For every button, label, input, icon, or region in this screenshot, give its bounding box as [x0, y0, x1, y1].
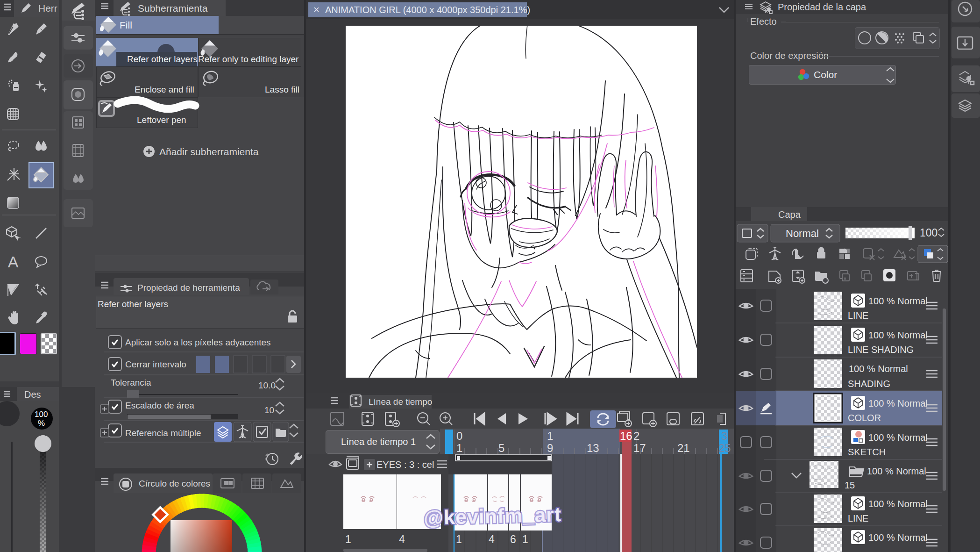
- svg-text:100: 100: [920, 227, 937, 239]
- svg-text:LINE SHADING: LINE SHADING: [848, 344, 914, 355]
- svg-text:100 % Normal: 100 % Normal: [868, 532, 928, 543]
- svg-text:4: 4: [399, 533, 405, 545]
- svg-text:SKETCH: SKETCH: [848, 447, 886, 457]
- svg-text:100 % Normal: 100 % Normal: [868, 296, 928, 306]
- svg-text:LINE: LINE: [848, 513, 868, 523]
- svg-text:1: 1: [456, 533, 462, 545]
- svg-text:SHADING: SHADING: [848, 379, 890, 389]
- svg-text:1: 1: [522, 533, 528, 545]
- svg-text:100 % Normal: 100 % Normal: [868, 432, 928, 443]
- svg-text:1: 1: [345, 533, 351, 545]
- svg-text:Normal: Normal: [786, 228, 819, 239]
- svg-text:A: A: [8, 253, 19, 271]
- svg-text:6: 6: [510, 533, 516, 545]
- svg-text:100 % Normal: 100 % Normal: [867, 466, 926, 476]
- svg-text:4: 4: [489, 533, 495, 545]
- svg-text:LINE: LINE: [848, 310, 868, 321]
- svg-text:100 % Normal: 100 % Normal: [868, 398, 928, 409]
- svg-text:15: 15: [845, 480, 855, 490]
- svg-text:COLOR: COLOR: [848, 413, 881, 423]
- svg-text:100 % Normal: 100 % Normal: [849, 364, 908, 374]
- svg-text:100 % Normal: 100 % Normal: [868, 499, 928, 509]
- svg-text:100 % Normal: 100 % Normal: [868, 330, 928, 340]
